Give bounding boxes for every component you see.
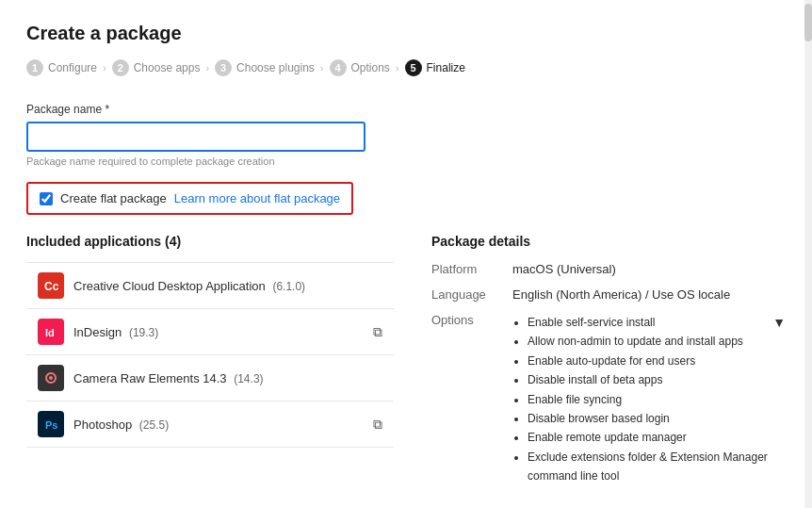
step-label-2: Choose apps bbox=[134, 61, 201, 74]
option-1: Enable self-service install bbox=[528, 313, 769, 332]
app-name-id: InDesign (19.3) bbox=[73, 325, 364, 339]
package-name-hint: Package name required to complete packag… bbox=[26, 156, 786, 167]
option-3: Enable auto-update for end users bbox=[528, 352, 769, 370]
external-link-id[interactable]: ⧉ bbox=[373, 324, 382, 340]
stepper: 1 Configure › 2 Choose apps › 3 Choose p… bbox=[26, 59, 786, 76]
scrollbar[interactable] bbox=[804, 0, 812, 508]
step-options: 4 Options bbox=[330, 59, 390, 76]
flat-package-row: Create flat package Learn more about fla… bbox=[26, 182, 353, 215]
step-label-5: Finalize bbox=[427, 61, 465, 74]
flat-package-checkbox[interactable] bbox=[40, 192, 53, 205]
app-icon-cc: Cc bbox=[38, 272, 64, 299]
scrollbar-thumb[interactable] bbox=[804, 4, 812, 41]
step-num-1: 1 bbox=[26, 59, 43, 76]
svg-point-6 bbox=[49, 376, 53, 380]
flat-package-label: Create flat package bbox=[60, 191, 167, 205]
sep-4: › bbox=[396, 62, 399, 74]
language-key: Language bbox=[431, 287, 497, 302]
sep-3: › bbox=[320, 62, 324, 74]
app-icon-cr bbox=[38, 365, 64, 391]
step-num-5: 5 bbox=[405, 59, 422, 76]
platform-key: Platform bbox=[431, 262, 497, 276]
language-value: English (North America) / Use OS locale bbox=[512, 287, 786, 302]
step-num-2: 2 bbox=[112, 59, 129, 76]
package-details-title: Package details bbox=[431, 234, 786, 249]
svg-text:Ps: Ps bbox=[45, 419, 57, 431]
page-title: Create a package bbox=[26, 23, 786, 44]
external-link-ps[interactable]: ⧉ bbox=[373, 417, 382, 433]
app-name-ps: Photoshop (25.5) bbox=[73, 418, 364, 432]
app-name-cc: Creative Cloud Desktop Application (6.1.… bbox=[73, 279, 382, 293]
flat-package-link[interactable]: Learn more about flat package bbox=[174, 191, 340, 205]
step-label-1: Configure bbox=[48, 61, 97, 74]
step-finalize: 5 Finalize bbox=[405, 59, 465, 76]
options-key: Options bbox=[431, 313, 497, 327]
step-num-4: 4 bbox=[330, 59, 347, 76]
option-4: Disable install of beta apps bbox=[528, 370, 769, 389]
detail-row-platform: Platform macOS (Universal) bbox=[431, 262, 786, 276]
options-list: Enable self-service install Allow non-ad… bbox=[512, 313, 769, 486]
sep-2: › bbox=[205, 62, 209, 74]
app-item-cr: Camera Raw Elements 14.3 (14.3) bbox=[26, 355, 394, 401]
left-panel: Included applications (4) Cc Creative Cl… bbox=[26, 234, 394, 498]
detail-row-options: Options Enable self-service install Allo… bbox=[431, 313, 786, 486]
sep-1: › bbox=[103, 62, 106, 74]
option-6: Disable browser based login bbox=[528, 409, 769, 428]
step-choose-plugins: 3 Choose plugins bbox=[215, 59, 315, 76]
package-name-input[interactable] bbox=[26, 122, 365, 152]
step-num-3: 3 bbox=[215, 59, 232, 76]
option-7: Enable remote update manager bbox=[528, 428, 769, 447]
main-content: Included applications (4) Cc Creative Cl… bbox=[26, 234, 786, 498]
svg-text:Id: Id bbox=[45, 327, 55, 338]
step-configure: 1 Configure bbox=[26, 59, 97, 76]
app-icon-id: Id bbox=[38, 319, 64, 345]
app-name-cr: Camera Raw Elements 14.3 (14.3) bbox=[73, 371, 382, 385]
package-name-section: Package name * Package name required to … bbox=[26, 103, 786, 167]
option-5: Enable file syncing bbox=[528, 390, 769, 409]
app-item-cc: Cc Creative Cloud Desktop Application (6… bbox=[26, 262, 394, 309]
step-choose-apps: 2 Choose apps bbox=[112, 59, 201, 76]
app-list: Cc Creative Cloud Desktop Application (6… bbox=[26, 262, 394, 448]
step-label-4: Options bbox=[351, 61, 390, 74]
right-panel: Package details Platform macOS (Universa… bbox=[431, 234, 786, 498]
included-apps-title: Included applications (4) bbox=[26, 234, 394, 249]
step-label-3: Choose plugins bbox=[236, 61, 315, 74]
option-2: Allow non-admin to update and install ap… bbox=[528, 332, 769, 351]
detail-row-language: Language English (North America) / Use O… bbox=[431, 287, 786, 302]
package-name-label: Package name * bbox=[26, 103, 786, 116]
platform-value: macOS (Universal) bbox=[512, 262, 786, 276]
options-dropdown: Enable self-service install Allow non-ad… bbox=[512, 313, 786, 486]
app-icon-ps: Ps bbox=[38, 411, 64, 437]
dialog: Create a package 1 Configure › 2 Choose … bbox=[0, 0, 812, 508]
options-dropdown-arrow[interactable]: ▼ bbox=[772, 315, 786, 330]
app-item-ps: Ps Photoshop (25.5) ⧉ bbox=[26, 401, 394, 448]
svg-text:Cc: Cc bbox=[44, 280, 59, 293]
app-item-id: Id InDesign (19.3) ⧉ bbox=[26, 309, 394, 355]
option-8: Exclude extensions folder & Extension Ma… bbox=[528, 448, 769, 486]
